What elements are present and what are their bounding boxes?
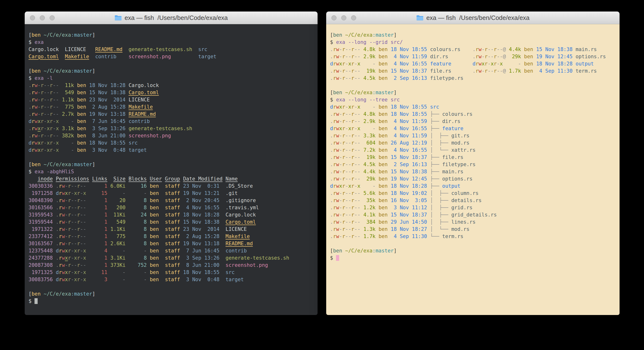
minimize-button[interactable]: [341, 15, 346, 20]
terminal-line: .rw-r--r-- 549 ben 15 Nov 18:38 Cargo.to…: [28, 89, 314, 96]
terminal-text-segment: 4 Nov 16:55: [391, 147, 427, 153]
terminal-text-segment: ben: [32, 291, 41, 297]
terminal-text-segment: exa -abghHliS: [34, 169, 74, 174]
terminal-text-segment: r: [59, 190, 62, 196]
terminal-text-segment: x: [83, 248, 86, 254]
terminal-line: .rw-r--r-- 382k ben 8 Jun 21:00 screensh…: [28, 132, 314, 139]
terminal-text-segment: r: [342, 104, 345, 110]
terminal-line: .rw-r--r-- 11k ben 18 Nov 18:28 Cargo.lo…: [28, 82, 314, 89]
titlebar[interactable]: exa — fish /Users/ben/Code/exa/exa: [326, 12, 620, 24]
terminal-text-segment: -: [65, 212, 68, 218]
terminal-text-segment: 19k: [366, 154, 376, 160]
terminal-text-segment: -: [71, 190, 74, 196]
terminal-text-segment: [180, 219, 183, 225]
terminal-text-segment: -: [38, 104, 41, 110]
terminal-text-segment: r: [342, 140, 345, 146]
terminal-text-segment: [107, 255, 110, 261]
terminal-text-segment: --: [345, 75, 351, 81]
terminal-text-segment: [533, 54, 536, 60]
terminal-text-segment: [521, 46, 524, 52]
terminal-text-segment: -: [345, 61, 348, 67]
terminal-text-segment: 8: [128, 198, 147, 203]
terminal-text-segment: [41, 68, 44, 74]
terminal-text-segment: [159, 241, 165, 246]
terminal-line: 12375448 drwxr-xr-x 4 - - ben staff 7 Ju…: [28, 247, 314, 254]
terminal-text-segment: x: [348, 104, 351, 110]
folder-icon: [416, 15, 424, 20]
terminal-text-segment: [59, 104, 65, 110]
terminal-text-segment: [427, 68, 430, 74]
close-button[interactable]: [30, 15, 35, 20]
terminal-text-segment: -: [339, 54, 342, 60]
zoom-button[interactable]: [50, 15, 55, 20]
terminal-text-segment: [147, 241, 150, 246]
terminal-text-segment: --: [44, 82, 50, 88]
terminal-text-segment: Size: [113, 176, 126, 182]
terminal-text-segment: --: [354, 154, 360, 160]
terminal-text-segment: r: [59, 226, 62, 232]
terminal-text-segment: -: [339, 68, 342, 74]
terminal-text-segment: r: [333, 190, 336, 196]
terminal-text-segment: w: [336, 68, 339, 74]
terminal-text-segment: -: [71, 118, 74, 124]
terminal-text-segment: [376, 226, 379, 232]
terminal-text-segment: .: [330, 169, 333, 174]
terminal-text-segment: w: [336, 154, 339, 160]
terminal-text-segment: │ └──: [430, 147, 451, 153]
terminal-text-segment: colours.rs: [442, 111, 472, 117]
terminal-text-segment: r: [333, 212, 336, 218]
terminal-text-segment: ben: [378, 54, 388, 60]
terminal-text-segment: r: [333, 154, 336, 160]
terminal-text-segment: r: [342, 212, 345, 218]
close-button[interactable]: [332, 15, 336, 20]
terminal-text-segment: [147, 219, 150, 225]
terminal-line: .rw-r--r-- 384 ben 29 Jun 14:50 │ ├── li…: [330, 218, 616, 226]
terminal-text-segment: w: [34, 133, 38, 138]
terminal-text-segment: r: [68, 270, 71, 275]
terminal-content-light[interactable]: [ben ~/C/e/exa:master]$ exa --long --gri…: [326, 24, 620, 315]
terminal-text-segment: w: [34, 111, 38, 117]
terminal-text-segment: [376, 104, 379, 110]
terminal-text-segment: 1971322: [28, 226, 53, 232]
terminal-text-segment: [86, 270, 92, 275]
terminal-text-segment: .: [56, 262, 59, 268]
terminal-text-segment: --: [71, 205, 77, 210]
terminal-text-segment: term.rs: [442, 234, 464, 239]
titlebar[interactable]: exa — fish /Users/ben/Code/exa/exa: [25, 12, 318, 24]
minimize-button[interactable]: [40, 15, 45, 20]
terminal-text-segment: ben: [378, 183, 388, 189]
terminal-text-segment: src: [198, 46, 207, 52]
terminal-text-segment: [107, 198, 110, 203]
terminal-text-segment: -: [71, 270, 74, 275]
terminal-text-segment: -: [71, 277, 74, 282]
terminal-content-dark[interactable]: [ben ~/C/e/exa:master]$ exaCargo.lock LI…: [25, 24, 318, 315]
terminal-text-segment: x: [357, 126, 360, 131]
terminal-text-segment: [86, 212, 92, 218]
terminal-line: drwxr-xr-x - ben 7 Jun 16:45 contrib: [28, 118, 314, 125]
terminal-text-segment: [427, 226, 430, 232]
terminal-text-segment: [388, 226, 391, 232]
terminal-text-segment: 1.1k: [62, 97, 74, 102]
terminal-text-segment: --: [44, 133, 50, 138]
terminal-line: .rw-r--r-- 1.3k ben 18 Nov 18:27 │ └── m…: [330, 226, 616, 233]
terminal-text-segment: 26 Aug 12:19: [391, 140, 427, 146]
terminal-text-segment: .: [28, 90, 32, 96]
terminal-text-segment: --: [354, 198, 360, 203]
terminal-text-segment: [388, 133, 391, 138]
terminal-text-segment: [360, 219, 366, 225]
terminal-text-segment: w: [62, 198, 65, 203]
terminal-text-segment: [126, 262, 129, 268]
terminal-text-segment: exa: [34, 39, 44, 45]
terminal-text-segment: -: [354, 183, 357, 189]
terminal-text-segment: x: [65, 190, 68, 196]
terminal-text-segment: r: [77, 234, 80, 239]
terminal-text-segment: [427, 46, 430, 52]
zoom-button[interactable]: [351, 15, 356, 20]
terminal-text-segment: generate-testcases.sh: [226, 255, 289, 261]
terminal-text-segment: colours.rs: [430, 46, 460, 52]
terminal-text-segment: [388, 61, 391, 67]
terminal-text-segment: d: [28, 147, 32, 153]
terminal-text-segment: r: [333, 118, 336, 124]
terminal-text-segment: r: [494, 46, 497, 52]
terminal-text-segment: 4 Nov 11:59: [391, 118, 427, 124]
